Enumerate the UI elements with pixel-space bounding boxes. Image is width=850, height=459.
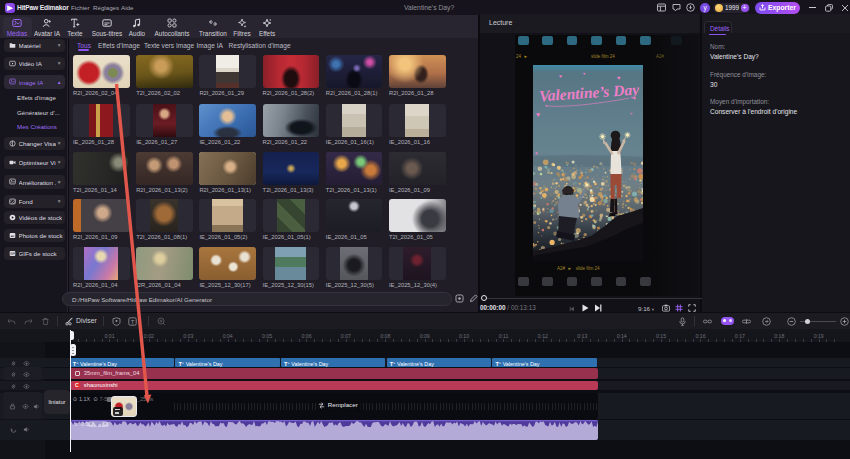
svg-text:♥: ♥ [559,73,562,79]
svg-text:T: T [131,318,135,324]
svg-text:♥: ♥ [536,111,540,118]
svg-text:♥: ♥ [535,150,538,156]
svg-text:♥: ♥ [617,75,621,81]
svg-text:GIF: GIF [9,251,14,255]
svg-text:♥: ♥ [633,95,636,101]
